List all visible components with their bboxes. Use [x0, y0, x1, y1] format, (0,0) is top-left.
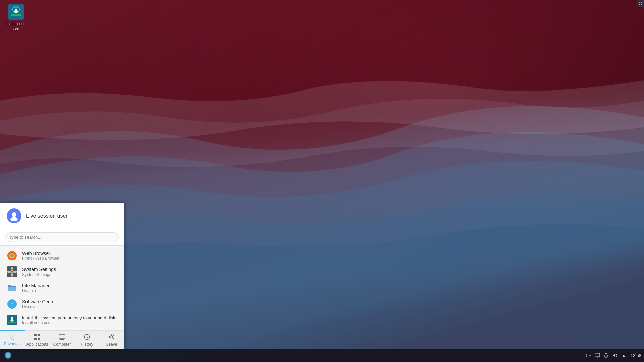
svg-rect-13 — [11, 274, 13, 277]
svg-rect-16 — [8, 286, 16, 287]
applications-icon — [34, 334, 41, 341]
tab-history-label: History — [80, 342, 93, 347]
taskbar-right: ▲ 12:58 — [585, 352, 641, 359]
taskbar: ▲ 12:58 — [0, 349, 644, 362]
tab-applications[interactable]: Applications — [25, 330, 50, 349]
tray-icon-network[interactable] — [594, 352, 601, 359]
tray-icon-volume[interactable] — [611, 352, 618, 359]
svg-rect-43 — [641, 4, 642, 5]
tab-favorites[interactable]: ☆ Favorites — [0, 330, 25, 349]
svg-point-4 — [12, 212, 16, 217]
firefox-icon — [7, 250, 17, 261]
install-neon-subtitle: Install neon user — [22, 320, 115, 325]
menu-header: Live session user — [0, 203, 124, 229]
software-center-text: Software Center Discover — [22, 299, 56, 309]
svg-rect-40 — [639, 2, 640, 3]
tray-icon-lock[interactable] — [603, 352, 609, 359]
svg-rect-31 — [111, 334, 112, 336]
system-settings-title: System Settings — [22, 267, 56, 272]
svg-rect-12 — [11, 267, 13, 270]
svg-rect-42 — [639, 4, 640, 5]
system-clock: 12:58 — [630, 353, 641, 358]
svg-point-11 — [11, 271, 13, 273]
svg-text:?: ? — [11, 301, 14, 307]
menu-item-install-neon[interactable]: Install this system permanently to your … — [0, 312, 124, 328]
svg-rect-2 — [11, 14, 21, 16]
favorites-icon: ☆ — [9, 334, 15, 341]
search-input[interactable] — [5, 232, 119, 242]
software-center-subtitle: Discover — [22, 304, 56, 309]
menu-search-container — [0, 229, 124, 246]
install-neon-title: Install this system permanently to your … — [22, 315, 115, 320]
svg-rect-37 — [597, 357, 598, 358]
svg-rect-22 — [38, 334, 40, 336]
history-icon — [84, 334, 90, 341]
tab-computer[interactable]: Computer — [50, 330, 74, 349]
taskbar-left — [3, 350, 585, 361]
menu-item-web-browser[interactable]: Web Browser Firefox Web Browser — [0, 248, 124, 264]
svg-rect-36 — [595, 353, 600, 357]
svg-point-39 — [606, 356, 607, 357]
svg-rect-14 — [7, 271, 10, 273]
file-manager-text: File Manager Dolphin — [22, 283, 50, 293]
leave-icon — [108, 334, 115, 341]
web-browser-subtitle: Firefox Web Browser — [22, 256, 60, 261]
tab-leave[interactable]: Leave — [99, 330, 124, 349]
svg-rect-20 — [8, 322, 16, 323]
tab-leave-label: Leave — [106, 342, 117, 347]
svg-rect-26 — [61, 339, 63, 339]
install-neon-icon — [8, 4, 24, 20]
install-neon-menu-icon — [7, 315, 17, 325]
system-settings-subtitle: System Settings — [22, 272, 56, 277]
svg-rect-21 — [34, 334, 37, 336]
software-center-icon: ? — [7, 299, 17, 309]
tab-applications-label: Applications — [26, 342, 48, 347]
tray-icon-storage[interactable] — [585, 352, 592, 359]
system-settings-text: System Settings System Settings — [22, 267, 56, 277]
tray-icon-chevron-up[interactable]: ▲ — [620, 352, 627, 359]
web-browser-title: Web Browser — [22, 251, 60, 256]
user-name: Live session user — [26, 213, 68, 219]
svg-rect-25 — [59, 334, 65, 338]
menu-item-file-manager[interactable]: File Manager Dolphin — [0, 280, 124, 296]
system-settings-icon — [7, 266, 17, 277]
tab-computer-label: Computer — [53, 342, 71, 347]
svg-point-30 — [111, 336, 113, 338]
file-manager-title: File Manager — [22, 283, 50, 288]
web-browser-text: Web Browser Firefox Web Browser — [22, 251, 60, 261]
software-center-title: Software Center — [22, 299, 56, 304]
menu-item-software-center[interactable]: ? Software Center Discover — [0, 296, 124, 312]
computer-icon — [59, 334, 65, 341]
user-avatar — [7, 208, 21, 223]
install-neon-text: Install this system permanently to your … — [22, 315, 115, 325]
menu-items-list: Web Browser Firefox Web Browser System S… — [0, 246, 124, 330]
app-menu: Live session user Web Browser Firefox We… — [0, 203, 124, 349]
svg-point-8 — [10, 254, 14, 257]
menu-tabs: ☆ Favorites Applications — [0, 330, 124, 349]
svg-point-34 — [590, 355, 591, 356]
tab-history[interactable]: History — [74, 330, 99, 349]
svg-rect-35 — [587, 355, 589, 355]
svg-rect-41 — [641, 2, 642, 3]
svg-rect-27 — [60, 339, 64, 340]
tab-favorites-label: Favorites — [4, 342, 20, 346]
svg-rect-23 — [34, 338, 37, 340]
desktop-icon-install-neon[interactable]: Install neon user — [3, 3, 30, 33]
menu-item-system-settings[interactable]: System Settings System Settings — [0, 264, 124, 280]
taskbar-logo[interactable] — [3, 350, 13, 361]
desktop-icon-label: Install neon user — [4, 21, 28, 31]
svg-rect-15 — [14, 271, 17, 273]
svg-rect-24 — [38, 338, 40, 340]
file-manager-subtitle: Dolphin — [22, 288, 50, 293]
corner-button[interactable] — [637, 0, 644, 7]
svg-point-5 — [10, 217, 18, 221]
file-manager-icon — [7, 283, 17, 293]
